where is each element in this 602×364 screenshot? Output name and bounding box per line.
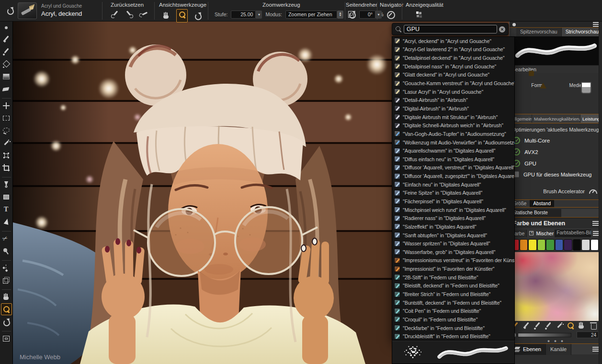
divider[interactable] <box>2 229 11 232</box>
search-result-item[interactable]: "Wasser spritzen" in "Digitales Aquarell… <box>392 239 514 248</box>
panel-resize-dots[interactable]: ● ● ● <box>510 340 602 343</box>
zoom-tool[interactable] <box>1 303 12 315</box>
transform-tool[interactable] <box>1 149 12 161</box>
search-result-item[interactable]: "2B-Stift" in "Federn und Bleistifte" <box>392 273 514 282</box>
mixer-zoom-tool[interactable] <box>566 321 575 330</box>
tab-channels[interactable]: Kanäle <box>546 344 571 355</box>
toolbox-grip[interactable] <box>5 26 8 29</box>
search-result-item[interactable]: "Acryl, deckend" in "Acryl und Gouache" <box>392 37 514 45</box>
search-result-item[interactable]: "Van-Gogh-Audio-Tupfer" in "Audioumsetzu… <box>392 130 514 138</box>
search-result-item[interactable]: "Impressionist" in "Favoriten der Künstl… <box>392 265 514 273</box>
tab-color-sets[interactable]: Farbtabellen-Bibliotheken <box>555 230 591 237</box>
brush-selector[interactable] <box>18 2 37 19</box>
pen-tool[interactable] <box>1 178 12 190</box>
reset-all-icon[interactable] <box>138 9 149 20</box>
gradient-tool[interactable] <box>1 70 12 82</box>
brush-tool[interactable] <box>1 33 12 45</box>
media-button[interactable]: Medien <box>560 79 594 88</box>
search-result-item[interactable]: "Einfach neu" in "Digitales Aquarell" <box>392 180 514 189</box>
search-result-item[interactable]: "Diffusor 'Aquarell, zugespitzt'" in "Di… <box>392 172 514 180</box>
panel-scrollbar[interactable] <box>599 22 602 364</box>
search-result-item[interactable]: "Digitale Schnell-Airbrush weich" in "Ai… <box>392 121 514 130</box>
divider[interactable] <box>2 287 11 290</box>
search-result-item[interactable]: "Bleistift, deckend" in "Federn und Blei… <box>392 282 514 290</box>
rect-shape-tool[interactable] <box>1 191 12 203</box>
edit-bar[interactable]: Bearbeiten <box>510 65 602 73</box>
search-result-item[interactable]: "Coit Pen" in "Federn und Bleistifte" <box>392 307 514 316</box>
sample-multiple-colors-tool[interactable] <box>555 321 564 330</box>
search-result-item[interactable]: "Wolkenzug mit Audio-Verwürfler" in "Aud… <box>392 138 514 147</box>
chevron-down-icon[interactable]: ▾ <box>375 11 382 19</box>
search-result-item[interactable]: "Buntstift, deckend" in "Federn und Blei… <box>392 298 514 307</box>
dropper-tool[interactable] <box>1 45 12 57</box>
mirror-painting-tool[interactable] <box>1 262 12 274</box>
shape-cut-tool[interactable] <box>1 232 12 244</box>
search-result-item[interactable]: "Lasur Acryl" in "Acryl und Gouache" <box>392 88 514 96</box>
search-result-item[interactable]: "Croquil" in "Federn und Bleistifte" <box>392 315 514 324</box>
mixer-trash-button[interactable] <box>589 321 599 330</box>
tab-static-bristle[interactable]: Statische Borste <box>510 209 561 217</box>
stepper-icon[interactable]: ▲▼ <box>337 11 343 19</box>
search-result-item[interactable]: "Impressionismus verstreut" in "Favorite… <box>392 256 514 265</box>
grabber-icon[interactable] <box>162 11 170 20</box>
sample-color-tool[interactable] <box>544 321 553 330</box>
tab-layers[interactable]: Ebenen <box>510 344 546 355</box>
search-result-item[interactable]: "Sanft abtupfen" in "Digitales Aquarell" <box>392 231 514 240</box>
color-swatch[interactable] <box>520 239 528 251</box>
search-result-item[interactable]: "Glatt deckend" in "Acryl und Gouache" <box>392 71 514 79</box>
search-result-item[interactable]: "Detailpinsel deckend" in "Acryl und Gou… <box>392 54 514 62</box>
mixer-value-field[interactable]: 24 <box>577 331 599 338</box>
color-swatch[interactable] <box>546 239 555 251</box>
search-result-item[interactable]: "Feine Spitze" in "Digitales Aquarell" <box>392 189 514 198</box>
divider[interactable] <box>2 96 11 99</box>
color-swatch[interactable] <box>573 239 581 251</box>
mixer-pan-tool[interactable] <box>577 321 586 330</box>
form-button[interactable]: Form <box>520 79 554 88</box>
search-result-item[interactable]: "Aquarellschwamm" in "Digitales Aquarell… <box>392 146 514 155</box>
rotation-angle-field[interactable]: 0°▾ <box>359 11 382 19</box>
reset-brush-icon[interactable] <box>111 10 119 19</box>
chevron-down-icon[interactable]: ▾ <box>256 11 262 19</box>
zoom-level-field[interactable]: 25.00▾ <box>231 11 262 19</box>
search-result-item[interactable]: "Gouache-Kamm verstreut" in "Acryl und G… <box>392 79 514 88</box>
color-swatch[interactable] <box>537 239 546 251</box>
search-result-item[interactable]: "Diffus einfach neu" in "Digitales Aquar… <box>392 155 514 164</box>
search-input[interactable]: GPU <box>404 25 497 33</box>
search-result-item[interactable]: "Diffusor 'Aquarell, verstreut'" in "Dig… <box>392 164 514 172</box>
tab-mixer[interactable]: Mischer <box>535 230 555 237</box>
tab-spacing[interactable]: Abstand <box>530 200 554 207</box>
display-quality-icon[interactable] <box>415 10 423 19</box>
page-rotation-icon[interactable] <box>348 10 356 19</box>
tab-brush-calibration[interactable]: Malwerkzeugkalibrierung <box>532 114 580 123</box>
search-result-item[interactable]: "Detail-Airbrush" in "Airbrush" <box>392 96 514 104</box>
search-result-item[interactable]: "Digitale Airbrush mit Struktur" in "Air… <box>392 113 514 121</box>
search-result-item[interactable]: "Breiter Strich" in "Federn und Bleistif… <box>392 290 514 298</box>
rect-select-tool[interactable] <box>1 112 12 124</box>
search-result-item[interactable]: "Druckbleistift" in "Federn und Bleistif… <box>392 332 514 341</box>
panel-menu-icon[interactable] <box>592 221 599 226</box>
divider[interactable] <box>2 329 11 331</box>
paint-bucket-tool[interactable] <box>1 58 12 70</box>
search-result-item[interactable]: "Detailpinsel nass" in "Acryl und Gouach… <box>392 62 514 71</box>
rotate-page-icon[interactable] <box>193 11 202 20</box>
search-result-item[interactable]: "Mischpinsel weich rund" in "Digitales A… <box>392 206 514 214</box>
color-swatch[interactable] <box>564 239 572 251</box>
search-result-item[interactable]: "Fächerpinsel" in "Digitales Aquarell" <box>392 197 514 206</box>
color-swatch[interactable] <box>581 239 590 251</box>
layer-move-tool[interactable] <box>1 99 12 111</box>
brush-accelerator-link[interactable]: Brush Accelerator <box>543 187 597 196</box>
reset-variant-icon[interactable] <box>125 10 134 19</box>
clear-search-icon[interactable]: × <box>499 26 505 33</box>
zoom-tool-selected[interactable] <box>176 9 188 22</box>
tab-stroke-preview[interactable]: Strichvorschau <box>562 28 602 36</box>
mixer-pad[interactable] <box>510 252 602 321</box>
tab-dab-preview[interactable]: Spitzenvorschau <box>516 28 562 36</box>
color-swatch[interactable] <box>555 239 564 251</box>
text-tool[interactable] <box>1 203 12 215</box>
panel-menu-icon[interactable] <box>592 347 599 352</box>
search-result-item[interactable]: "Acryl-Gel lavierend 2" in "Acryl und Go… <box>392 45 514 54</box>
search-result-item[interactable]: "Wasserfarbe, grob" in "Digitales Aquare… <box>392 248 514 256</box>
navigator-compass-icon[interactable] <box>386 10 395 19</box>
search-result-item[interactable]: "Deckfarbe" in "Federn und Bleistifte" <box>392 324 514 332</box>
divider[interactable] <box>2 175 11 177</box>
